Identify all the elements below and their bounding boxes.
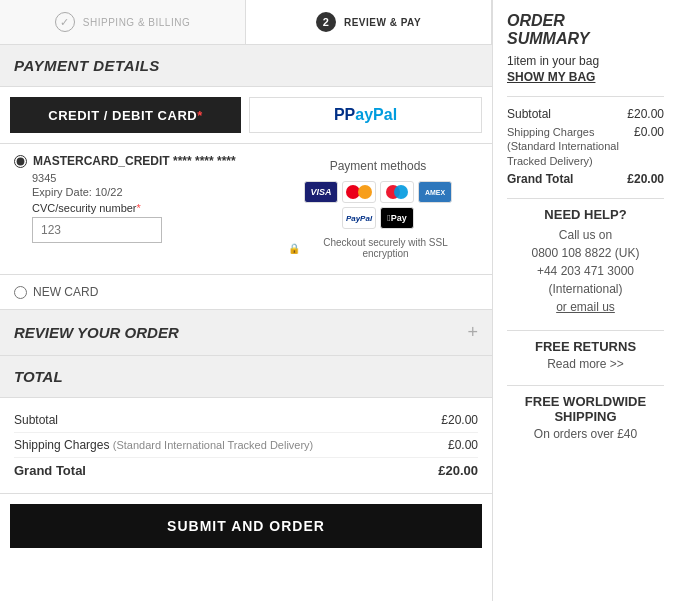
shipping-value: £0.00 [448,438,478,452]
submit-section: SUBMIT AND ORDER [0,494,492,558]
payment-methods-title: Payment methods [288,159,468,173]
paypal-logo: PPayPal [334,106,397,124]
free-returns-title: FREE RETURNS [507,339,664,354]
free-shipping-section: FREE WORLDWIDE SHIPPING On orders over £… [507,394,664,441]
totals-section: Subtotal £20.00 Shipping Charges (Standa… [0,398,492,494]
svg-point-1 [394,185,408,199]
need-help-section: NEED HELP? Call us on 0800 108 8822 (UK)… [507,207,664,316]
expiry-text: Expiry Date: 10/22 [32,186,270,198]
paypal-icon: PayPal [342,207,376,229]
card-last-digits: 9345 [32,172,270,184]
grand-total-label: Grand Total [14,463,86,478]
grand-total-row: Grand Total £20.00 [14,458,478,483]
credit-debit-button[interactable]: CREDIT / DEBIT CARD* [10,97,241,133]
total-section[interactable]: TOTAL [0,356,492,398]
show-bag-link[interactable]: SHOW MY BAG [507,70,664,84]
sidebar-item-count: 1item in your bag [507,54,664,68]
grand-total-value: £20.00 [438,463,478,478]
payment-icons: VISA AMEX PayPal Pay [288,181,468,229]
payment-buttons-row: CREDIT / DEBIT CARD* PPayPal [0,87,492,144]
read-more-link: Read more >> [507,357,664,371]
review-order-title: REVIEW YOUR ORDER [14,324,179,341]
on-orders-text: On orders over £40 [507,427,664,441]
steps-bar: ✓ SHIPPING & BILLING 2 REVIEW & PAY [0,0,492,45]
card-form: MASTERCARD_CREDIT **** **** **** 9345 Ex… [0,144,492,275]
amex-icon: AMEX [418,181,452,203]
payment-methods-col: Payment methods VISA AMEX [278,154,478,264]
total-title: TOTAL [14,368,63,385]
free-shipping-title: FREE WORLDWIDE SHIPPING [507,394,664,424]
sidebar-divider-1 [507,96,664,97]
step-review-label: REVIEW & PAY [344,17,421,28]
need-help-title: NEED HELP? [507,207,664,222]
sidebar-divider-2 [507,198,664,199]
payment-details-title: PAYMENT DETAILS [14,57,478,74]
card-name: MASTERCARD_CREDIT **** **** **** [33,154,236,168]
sidebar-totals: Subtotal £20.00 Shipping Charges (Standa… [507,105,664,188]
card-radio[interactable] [14,155,27,168]
step-shipping[interactable]: ✓ SHIPPING & BILLING [0,0,246,44]
sidebar-title: ORDERSUMMARY [507,12,664,48]
new-card-label[interactable]: NEW CARD [14,285,478,299]
new-card-row: NEW CARD [0,275,492,310]
read-more-anchor[interactable]: Read more >> [547,357,624,371]
payment-details-header: PAYMENT DETAILS [0,45,492,87]
order-summary-sidebar: ORDERSUMMARY 1item in your bag SHOW MY B… [493,0,678,601]
subtotal-label: Subtotal [14,413,58,427]
expand-icon: + [467,322,478,343]
call-us-text: Call us on 0800 108 8822 (UK) +44 203 47… [507,226,664,316]
card-info: MASTERCARD_CREDIT **** **** **** 9345 Ex… [14,154,270,243]
ssl-text: 🔒 Checkout securely with SSL encryption [288,237,468,259]
check-icon: ✓ [55,12,75,32]
paypal-button[interactable]: PPayPal [249,97,482,133]
card-radio-row: MASTERCARD_CREDIT **** **** **** [14,154,270,168]
maestro-icon [380,181,414,203]
cvc-input[interactable] [32,217,162,243]
sidebar-subtotal-row: Subtotal £20.00 [507,105,664,123]
free-returns-section: FREE RETURNS Read more >> [507,339,664,371]
email-us-link[interactable]: or email us [556,300,615,314]
submit-button[interactable]: SUBMIT AND ORDER [10,504,482,548]
sidebar-divider-4 [507,385,664,386]
shipping-row: Shipping Charges (Standard International… [14,433,478,458]
review-order-section[interactable]: REVIEW YOUR ORDER + [0,310,492,356]
mastercard-icon [342,181,376,203]
sidebar-shipping-row: Shipping Charges (Standard International… [507,123,664,170]
shipping-label: Shipping Charges (Standard International… [14,438,313,452]
sidebar-grand-row: Grand Total £20.00 [507,170,664,188]
step-review[interactable]: 2 REVIEW & PAY [246,0,492,44]
apple-pay-icon: Pay [380,207,414,229]
step-shipping-label: SHIPPING & BILLING [83,17,190,28]
step-number: 2 [316,12,336,32]
visa-icon: VISA [304,181,338,203]
subtotal-value: £20.00 [441,413,478,427]
new-card-radio[interactable] [14,286,27,299]
subtotal-row: Subtotal £20.00 [14,408,478,433]
cvc-label: CVC/security number* [32,202,270,214]
sidebar-divider-3 [507,330,664,331]
